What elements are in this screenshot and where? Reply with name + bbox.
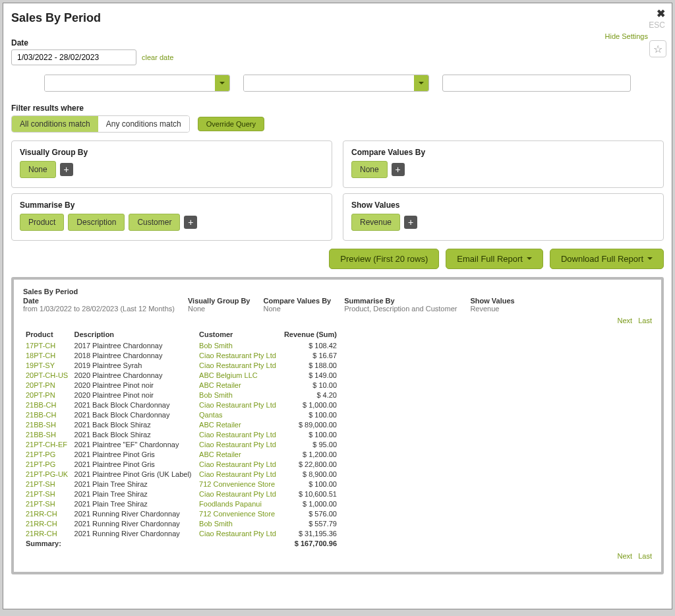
cell-customer[interactable]: Foodlands Papanui — [196, 499, 280, 508]
add-visually-group-button[interactable]: + — [60, 163, 73, 176]
summary-label: Summary: — [23, 538, 72, 548]
cell-product[interactable]: 20PT-PN — [23, 380, 72, 390]
cell-customer[interactable]: Ciao Restaurant Pty Ltd — [196, 439, 280, 449]
table-row: 21PT-SH2021 Plain Tree ShirazFoodlands P… — [23, 499, 339, 508]
cell-customer[interactable]: ABC Retailer — [196, 419, 280, 429]
cell-description: 2018 Plaintree Chardonnay — [72, 350, 196, 360]
tab-all-conditions[interactable]: All conditions match — [12, 116, 98, 132]
cell-product[interactable]: 21PT-SH — [23, 479, 72, 489]
cell-product[interactable]: 20PT-CH-US — [23, 370, 72, 380]
cell-customer[interactable]: Bob Smith — [196, 518, 280, 528]
cell-customer[interactable]: 712 Convenience Store — [196, 508, 280, 518]
cell-customer[interactable]: Bob Smith — [196, 390, 280, 400]
cell-revenue: $ 31,195.36 — [280, 528, 339, 538]
email-report-button[interactable]: Email Full Report — [446, 249, 543, 269]
chip-compare-none[interactable]: None — [351, 161, 388, 178]
override-query-button[interactable]: Override Query — [198, 117, 264, 131]
cell-product[interactable]: 21BB-CH — [23, 410, 72, 419]
filter-results-label: Filter results where — [11, 104, 664, 113]
cell-product[interactable]: 21RR-CH — [23, 528, 72, 538]
add-compare-values-button[interactable]: + — [392, 163, 405, 176]
cell-revenue: $ 557.79 — [280, 518, 339, 528]
col-customer: Customer — [196, 328, 280, 340]
chip-summarise-description[interactable]: Description — [68, 214, 125, 231]
last-link-top[interactable]: Last — [638, 317, 652, 324]
filter-field-2-dropdown[interactable] — [414, 75, 428, 91]
cell-product[interactable]: 21BB-SH — [23, 429, 72, 439]
filter-field-1[interactable] — [44, 75, 230, 92]
cell-product[interactable]: 21PT-CH-EF — [23, 439, 72, 449]
filter-field-1-dropdown[interactable] — [215, 75, 229, 91]
cell-customer[interactable]: Ciao Restaurant Pty Ltd — [196, 400, 280, 410]
table-row: 18PT-CH2018 Plaintree ChardonnayCiao Res… — [23, 350, 339, 360]
chip-show-revenue[interactable]: Revenue — [351, 214, 400, 231]
filter-field-3-input[interactable] — [442, 75, 631, 92]
cell-description: 2021 Plain Tree Shiraz — [72, 479, 196, 489]
cell-product[interactable]: 17PT-CH — [23, 340, 72, 350]
meta-summarise-value: Product, Description and Customer — [344, 305, 457, 313]
cell-customer[interactable]: Ciao Restaurant Pty Ltd — [196, 489, 280, 499]
add-show-values-button[interactable]: + — [404, 216, 417, 229]
cell-revenue: $ 4.20 — [280, 390, 339, 400]
filter-field-1-input[interactable] — [45, 75, 215, 91]
preview-button[interactable]: Preview (First 20 rows) — [329, 249, 439, 269]
cell-revenue: $ 95.00 — [280, 439, 339, 449]
cell-customer[interactable]: Bob Smith — [196, 340, 280, 350]
cell-customer[interactable]: ABC Belgium LLC — [196, 370, 280, 380]
table-row: 20PT-CH-US2020 Plaintree ChardonnayABC B… — [23, 370, 339, 380]
cell-product[interactable]: 21PT-PG — [23, 449, 72, 459]
add-summarise-button[interactable]: + — [184, 216, 197, 229]
favorite-button[interactable]: ☆ — [649, 40, 666, 57]
cell-customer[interactable]: Ciao Restaurant Pty Ltd — [196, 360, 280, 370]
clear-date-link[interactable]: clear date — [142, 53, 173, 61]
cell-product[interactable]: 21PT-PG-UK — [23, 469, 72, 479]
date-range-input[interactable] — [11, 49, 136, 65]
cell-revenue: $ 16.67 — [280, 350, 339, 360]
cell-customer[interactable]: Qantas — [196, 410, 280, 419]
chip-summarise-customer[interactable]: Customer — [129, 214, 180, 231]
chip-visually-group-none[interactable]: None — [20, 161, 56, 178]
cell-customer[interactable]: Ciao Restaurant Pty Ltd — [196, 528, 280, 538]
cell-revenue: $ 576.00 — [280, 508, 339, 518]
last-link-bottom[interactable]: Last — [638, 552, 652, 560]
chip-summarise-product[interactable]: Product — [20, 214, 64, 231]
cell-product[interactable]: 21RR-CH — [23, 508, 72, 518]
close-button[interactable]: ✖ — [657, 7, 665, 20]
modal-sales-by-period: Sales By Period ✖ ESC Hide Settings ☆ Da… — [3, 3, 672, 609]
cell-product[interactable]: 21BB-CH — [23, 400, 72, 410]
cell-product[interactable]: 21PT-SH — [23, 499, 72, 508]
cell-customer[interactable]: Ciao Restaurant Pty Ltd — [196, 429, 280, 439]
cell-customer[interactable]: 712 Convenience Store — [196, 479, 280, 489]
hide-settings-link[interactable]: Hide Settings — [605, 32, 648, 40]
cell-product[interactable]: 21RR-CH — [23, 518, 72, 528]
cell-product[interactable]: 19PT-SY — [23, 360, 72, 370]
filter-field-2-input[interactable] — [244, 75, 414, 91]
cell-customer[interactable]: Ciao Restaurant Pty Ltd — [196, 350, 280, 360]
col-description: Description — [72, 328, 196, 340]
cell-customer[interactable]: ABC Retailer — [196, 449, 280, 459]
tab-any-conditions[interactable]: Any conditions match — [98, 116, 189, 132]
cell-product[interactable]: 21PT-PG — [23, 459, 72, 469]
filter-fields-row — [11, 75, 664, 92]
conditions-toggle: All conditions match Any conditions matc… — [11, 115, 190, 133]
cell-customer[interactable]: Ciao Restaurant Pty Ltd — [196, 469, 280, 479]
col-product: Product — [23, 328, 72, 340]
next-link-top[interactable]: Next — [618, 317, 633, 324]
cell-customer[interactable]: Ciao Restaurant Pty Ltd — [196, 459, 280, 469]
cell-product[interactable]: 18PT-CH — [23, 350, 72, 360]
cell-product[interactable]: 21PT-SH — [23, 489, 72, 499]
meta-showval-value: Revenue — [470, 305, 499, 313]
page-title: Sales By Period — [11, 11, 664, 25]
cell-product[interactable]: 20PT-PN — [23, 390, 72, 400]
table-row: 21BB-SH2021 Back Block ShirazABC Retaile… — [23, 419, 339, 429]
cell-product[interactable]: 21BB-SH — [23, 419, 72, 429]
date-label: Date — [11, 38, 664, 47]
meta-compare-label: Compare Values By — [264, 297, 332, 305]
cell-customer[interactable]: ABC Retailer — [196, 380, 280, 390]
next-link-bottom[interactable]: Next — [618, 552, 633, 560]
col-revenue: Revenue (Sum) — [280, 328, 339, 340]
cell-description: 2021 Running River Chardonnay — [72, 508, 196, 518]
filter-field-2[interactable] — [243, 75, 429, 92]
download-report-button[interactable]: Download Full Report — [550, 249, 664, 269]
summarise-by-title: Summarise By — [20, 200, 324, 210]
